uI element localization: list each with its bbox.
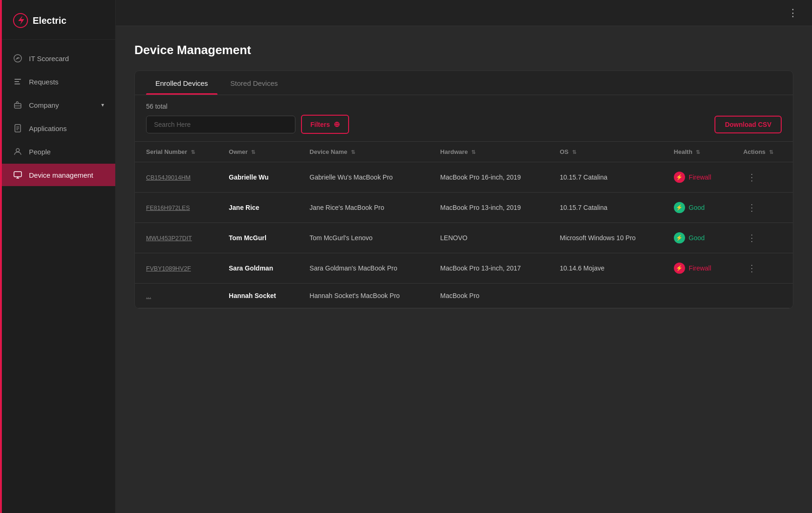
os-cell: Microsoft Windows 10 Pro — [548, 223, 662, 253]
sidebar-item-device-management[interactable]: Device management — [2, 164, 115, 186]
health-cell: ⚡Firewall — [663, 253, 732, 284]
health-cell: ⚡Good — [663, 223, 732, 253]
col-actions[interactable]: Actions ⇅ — [732, 142, 793, 162]
serial-number-link[interactable]: MWU453P27DIT — [146, 235, 192, 242]
owner-name: Jane Rice — [229, 204, 259, 211]
device-name-cell: Sara Goldman's MacBook Pro — [298, 253, 429, 284]
device-name-cell: Tom McGurl's Lenovo — [298, 223, 429, 253]
sort-icon-device: ⇅ — [351, 149, 355, 155]
serial-number-link[interactable]: CB154J9014HM — [146, 174, 190, 181]
sidebar-item-label: Device management — [29, 171, 93, 179]
health-label: Firewall — [689, 173, 711, 181]
sidebar-nav: IT Scorecard Requests Company — [2, 40, 115, 194]
list-icon — [13, 77, 22, 86]
device-name-cell: Gabrielle Wu's MacBook Pro — [298, 162, 429, 193]
health-label: Good — [689, 204, 705, 211]
hardware-cell: MacBook Pro 16-inch, 2019 — [429, 162, 548, 193]
owner-name: Sara Goldman — [229, 264, 273, 272]
device-name-cell: Jane Rice's MacBook Pro — [298, 193, 429, 223]
col-os[interactable]: OS ⇅ — [548, 142, 662, 162]
device-table: Serial Number ⇅ Owner ⇅ Device Name ⇅ — [135, 141, 793, 308]
svg-point-12 — [16, 149, 20, 152]
svg-rect-13 — [14, 172, 21, 177]
logo-area: Electric — [2, 0, 115, 40]
main-content: ⋮ Device Management Enrolled Devices Sto… — [116, 0, 812, 513]
download-csv-button[interactable]: Download CSV — [714, 116, 782, 133]
gauge-icon — [13, 54, 22, 63]
health-label: Good — [689, 234, 705, 242]
health-status-icon: ⚡ — [674, 172, 685, 183]
svg-rect-5 — [14, 83, 20, 84]
sidebar-item-label: People — [29, 148, 51, 156]
col-device-name[interactable]: Device Name ⇅ — [298, 142, 429, 162]
table-row: FE816H972LESJane RiceJane Rice's MacBook… — [135, 193, 793, 223]
electric-logo-icon — [13, 13, 28, 28]
sidebar-item-requests[interactable]: Requests — [2, 70, 115, 93]
actions-cell: ⋮ — [732, 193, 793, 223]
os-cell: 10.15.7 Catalina — [548, 162, 662, 193]
filters-button[interactable]: Filters ⊕ — [301, 115, 349, 134]
serial-number-link[interactable]: FE816H972LES — [146, 204, 190, 211]
tab-stored-devices[interactable]: Stored Devices — [221, 71, 287, 95]
health-status-icon: ⚡ — [674, 202, 685, 213]
serial-number-link[interactable]: ... — [146, 292, 151, 299]
col-serial[interactable]: Serial Number ⇅ — [135, 142, 217, 162]
actions-cell: ⋮ — [732, 223, 793, 253]
hardware-cell: MacBook Pro 13-inch, 2019 — [429, 193, 548, 223]
svg-rect-3 — [14, 79, 21, 80]
serial-number-link[interactable]: FVBY1089HV2F — [146, 265, 191, 272]
row-actions-button[interactable]: ⋮ — [743, 262, 760, 275]
health-cell: ⚡Good — [663, 193, 732, 223]
sort-icon-os: ⇅ — [572, 149, 576, 155]
content-area: Device Management Enrolled Devices Store… — [116, 26, 812, 513]
sidebar-item-company[interactable]: Company ▾ — [2, 94, 115, 116]
svg-point-2 — [17, 58, 19, 59]
owner-name: Gabrielle Wu — [229, 173, 268, 181]
tab-enrolled-devices[interactable]: Enrolled Devices — [146, 71, 217, 95]
topbar: ⋮ — [116, 0, 812, 26]
sort-icon-owner: ⇅ — [251, 149, 255, 155]
monitor-icon — [13, 170, 22, 180]
os-cell — [548, 284, 662, 308]
sidebar-item-it-scorecard[interactable]: IT Scorecard — [2, 47, 115, 69]
health-label: Firewall — [689, 264, 711, 272]
sort-icon-health: ⇅ — [696, 149, 700, 155]
search-input[interactable] — [146, 116, 295, 133]
plus-circle-icon: ⊕ — [334, 120, 340, 129]
health-status-icon: ⚡ — [674, 232, 685, 243]
total-count: 56 total — [135, 103, 793, 110]
table-row: MWU453P27DITTom McGurlTom McGurl's Lenov… — [135, 223, 793, 253]
sidebar-item-people[interactable]: People — [2, 140, 115, 163]
row-actions-button[interactable]: ⋮ — [743, 171, 760, 184]
logo-text: Electric — [33, 15, 66, 26]
sidebar-item-label: Applications — [29, 125, 67, 132]
person-icon — [13, 147, 22, 156]
sidebar-item-label: Company — [29, 101, 59, 109]
sidebar: Electric IT Scorecard Requests — [0, 0, 116, 513]
hardware-cell: MacBook Pro 13-inch, 2017 — [429, 253, 548, 284]
actions-cell — [732, 284, 793, 308]
col-hardware[interactable]: Hardware ⇅ — [429, 142, 548, 162]
table-row: CB154J9014HMGabrielle WuGabrielle Wu's M… — [135, 162, 793, 193]
sidebar-item-applications[interactable]: Applications — [2, 117, 115, 139]
sidebar-item-label: IT Scorecard — [29, 55, 69, 62]
actions-cell: ⋮ — [732, 253, 793, 284]
hardware-cell: LENOVO — [429, 223, 548, 253]
row-actions-button[interactable]: ⋮ — [743, 201, 760, 214]
more-options-icon[interactable]: ⋮ — [788, 7, 799, 19]
tabs: Enrolled Devices Stored Devices — [135, 71, 793, 95]
col-owner[interactable]: Owner ⇅ — [217, 142, 298, 162]
col-health[interactable]: Health ⇅ — [663, 142, 732, 162]
owner-name: Tom McGurl — [229, 234, 266, 242]
health-cell: ⚡Firewall — [663, 162, 732, 193]
health-cell — [663, 284, 732, 308]
sidebar-item-label: Requests — [29, 78, 58, 86]
table-row: FVBY1089HV2FSara GoldmanSara Goldman's M… — [135, 253, 793, 284]
table-row: ...Hannah SocketHannah Socket's MacBook … — [135, 284, 793, 308]
controls-row: Filters ⊕ Download CSV — [135, 115, 793, 141]
row-actions-button[interactable]: ⋮ — [743, 231, 760, 244]
chevron-down-icon: ▾ — [101, 102, 104, 108]
actions-cell: ⋮ — [732, 162, 793, 193]
svg-rect-4 — [14, 81, 19, 82]
device-management-card: Enrolled Devices Stored Devices 56 total… — [134, 70, 793, 309]
